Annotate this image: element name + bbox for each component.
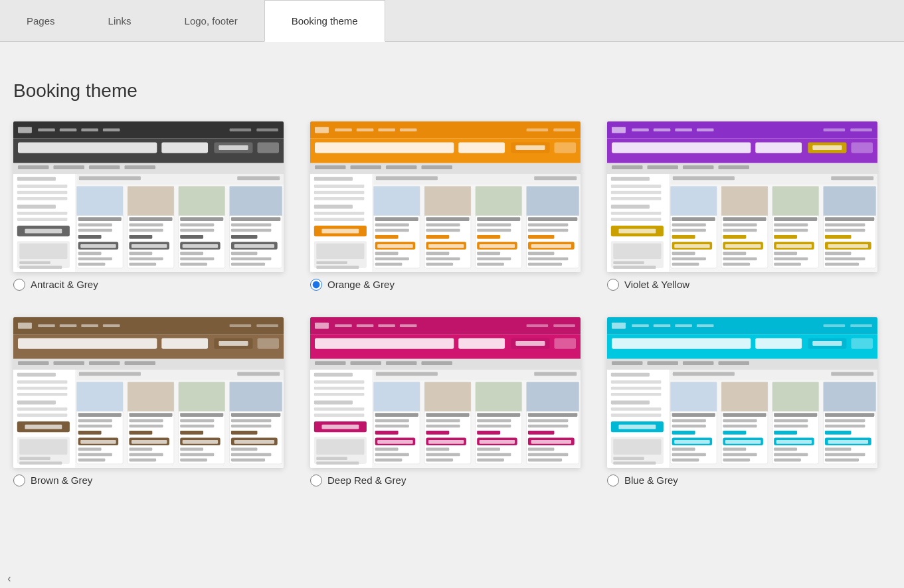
tab-pages[interactable]: Pages bbox=[0, 1, 82, 41]
svg-rect-178 bbox=[612, 165, 643, 169]
svg-rect-259 bbox=[18, 361, 49, 365]
tab-logo-footer[interactable]: Logo, footer bbox=[158, 1, 264, 41]
svg-rect-206 bbox=[674, 244, 709, 248]
svg-rect-477 bbox=[825, 413, 874, 417]
theme-label-orange-grey[interactable]: Orange & Grey bbox=[310, 279, 581, 291]
theme-preview-violet-yellow[interactable] bbox=[607, 121, 877, 272]
svg-rect-161 bbox=[528, 263, 562, 266]
svg-rect-387 bbox=[477, 424, 511, 427]
svg-rect-476 bbox=[824, 382, 876, 411]
svg-rect-385 bbox=[477, 413, 520, 417]
svg-rect-301 bbox=[129, 459, 156, 462]
tab-booking-theme[interactable]: Booking theme bbox=[264, 0, 385, 42]
svg-rect-391 bbox=[477, 447, 500, 451]
svg-rect-230 bbox=[774, 257, 808, 261]
svg-rect-138 bbox=[426, 257, 460, 261]
svg-rect-39 bbox=[78, 217, 122, 221]
svg-rect-294 bbox=[129, 419, 163, 422]
svg-rect-323 bbox=[231, 459, 265, 462]
svg-rect-181 bbox=[718, 165, 749, 169]
theme-radio-brown-grey[interactable] bbox=[13, 475, 25, 486]
main-content: Booking theme bbox=[0, 60, 904, 526]
svg-rect-310 bbox=[180, 447, 203, 451]
tab-links[interactable]: Links bbox=[82, 1, 158, 41]
svg-rect-86 bbox=[378, 128, 395, 131]
theme-label-brown-grey[interactable]: Brown & Grey bbox=[13, 475, 284, 486]
svg-rect-359 bbox=[376, 372, 438, 376]
svg-rect-399 bbox=[528, 431, 555, 435]
theme-label-deep-red-grey[interactable]: Deep Red & Grey bbox=[310, 475, 581, 486]
theme-preview-deep-red-grey[interactable] bbox=[310, 317, 581, 468]
svg-rect-312 bbox=[180, 459, 207, 462]
svg-rect-245 bbox=[18, 323, 32, 329]
svg-rect-384 bbox=[476, 382, 522, 411]
theme-radio-orange-grey[interactable] bbox=[310, 279, 322, 291]
svg-rect-41 bbox=[78, 229, 112, 232]
svg-rect-282 bbox=[78, 413, 122, 417]
svg-rect-164 bbox=[612, 127, 626, 133]
theme-preview-antracit-grey[interactable] bbox=[13, 121, 284, 272]
svg-rect-469 bbox=[774, 431, 797, 435]
svg-rect-94 bbox=[515, 145, 545, 150]
svg-rect-142 bbox=[477, 217, 520, 221]
theme-label-antracit-grey[interactable]: Antracit & Grey bbox=[13, 279, 284, 291]
svg-rect-328 bbox=[357, 324, 374, 327]
svg-rect-45 bbox=[78, 252, 102, 256]
svg-rect-404 bbox=[528, 459, 562, 462]
svg-rect-343 bbox=[421, 361, 452, 365]
svg-rect-374 bbox=[426, 413, 469, 417]
svg-rect-326 bbox=[315, 323, 329, 329]
svg-rect-139 bbox=[426, 263, 453, 266]
svg-rect-307 bbox=[180, 431, 203, 435]
svg-rect-279 bbox=[237, 372, 280, 376]
svg-rect-53 bbox=[129, 235, 152, 239]
svg-rect-64 bbox=[180, 235, 203, 239]
svg-rect-353 bbox=[321, 424, 359, 429]
theme-label-blue-grey[interactable]: Blue & Grey bbox=[607, 475, 877, 486]
svg-rect-249 bbox=[103, 324, 120, 327]
theme-preview-blue-grey[interactable] bbox=[607, 317, 877, 468]
svg-rect-278 bbox=[79, 372, 141, 376]
svg-rect-224 bbox=[774, 223, 808, 226]
svg-rect-468 bbox=[774, 424, 808, 427]
svg-rect-264 bbox=[17, 372, 56, 376]
svg-rect-159 bbox=[528, 252, 555, 256]
svg-rect-253 bbox=[18, 338, 157, 348]
svg-rect-100 bbox=[421, 165, 452, 169]
svg-rect-220 bbox=[723, 263, 750, 266]
svg-rect-235 bbox=[825, 223, 865, 226]
theme-radio-blue-grey[interactable] bbox=[607, 475, 619, 486]
theme-preview-orange-grey[interactable] bbox=[310, 121, 581, 272]
theme-radio-violet-yellow[interactable] bbox=[607, 279, 619, 291]
svg-rect-422 bbox=[647, 361, 678, 365]
svg-rect-191 bbox=[618, 229, 656, 234]
theme-label-violet-yellow[interactable]: Violet & Yellow bbox=[607, 279, 877, 291]
nav-arrow-row: ‹ bbox=[0, 42, 904, 60]
svg-rect-265 bbox=[17, 380, 68, 384]
svg-rect-61 bbox=[180, 217, 223, 221]
svg-rect-472 bbox=[774, 447, 797, 451]
svg-rect-299 bbox=[129, 447, 152, 451]
svg-rect-473 bbox=[774, 453, 808, 456]
svg-rect-75 bbox=[231, 235, 258, 239]
svg-rect-471 bbox=[776, 440, 812, 444]
svg-rect-58 bbox=[129, 263, 156, 266]
svg-rect-415 bbox=[612, 338, 751, 348]
svg-rect-292 bbox=[128, 382, 174, 411]
theme-radio-antracit-grey[interactable] bbox=[13, 279, 25, 291]
svg-rect-207 bbox=[672, 252, 695, 256]
svg-rect-451 bbox=[672, 453, 706, 456]
theme-preview-brown-grey[interactable] bbox=[13, 317, 284, 468]
theme-radio-deep-red-grey[interactable] bbox=[310, 475, 322, 486]
svg-rect-346 bbox=[314, 380, 365, 384]
svg-rect-401 bbox=[531, 440, 571, 444]
svg-rect-156 bbox=[528, 235, 555, 239]
svg-rect-127 bbox=[375, 257, 409, 261]
svg-rect-266 bbox=[17, 386, 68, 390]
svg-rect-108 bbox=[314, 218, 365, 221]
svg-rect-73 bbox=[231, 223, 271, 226]
svg-rect-398 bbox=[528, 424, 568, 427]
tab-bar: Pages Links Logo, footer Booking theme bbox=[0, 0, 904, 42]
theme-name-violet-yellow: Violet & Yellow bbox=[624, 279, 689, 290]
svg-rect-179 bbox=[647, 165, 678, 169]
